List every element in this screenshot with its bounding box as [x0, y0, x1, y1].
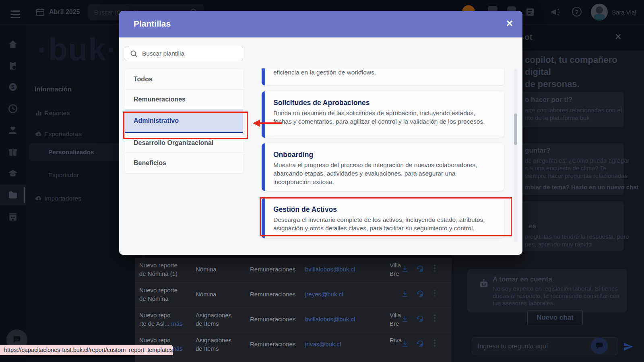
template-card-onboarding[interactable]: Onboarding Muestra el progreso del proce…: [262, 143, 504, 191]
history-icon[interactable]: [416, 315, 424, 323]
copilot-tip-title: o hacer por ti?: [525, 96, 572, 104]
annotation-box-gestion-activos: [260, 197, 512, 236]
template-card-clipped[interactable]: detallando etapas, tiempos y responsable…: [262, 68, 504, 85]
table-row[interactable]: Nuevo reportede Nómina (1) Nómina Remune…: [135, 258, 452, 282]
sidebar-item-personalizados[interactable]: Personalizados: [29, 143, 134, 161]
company-icon[interactable]: [8, 211, 18, 222]
template-title: Onboarding: [265, 143, 504, 161]
copilot-tip-title: guntar?: [525, 147, 550, 155]
copilot-tip-line: nto de la plataforma buk: [525, 114, 622, 122]
template-title: Solicitudes de Aprobaciones: [265, 91, 504, 109]
copilot-intro-line: de personas.: [525, 78, 644, 90]
copilot-tip-title: es: [528, 222, 536, 230]
template-search: [125, 46, 243, 61]
search-icon: [130, 50, 138, 58]
bar-chart-icon: [35, 109, 43, 117]
user-name[interactable]: Sara Vial: [612, 9, 636, 16]
email-link[interactable]: bvillalobos@buk.cl: [305, 315, 382, 323]
template-card-solicitudes[interactable]: Solicitudes de Aprobaciones Brinda un re…: [262, 91, 504, 138]
sidebar-item-exportador[interactable]: Exportador: [48, 172, 79, 179]
email-link[interactable]: jrivas@buk.cl: [305, 340, 382, 348]
help-icon[interactable]: ?: [572, 7, 582, 17]
copilot-title-fragment: ot: [524, 32, 533, 42]
home-icon[interactable]: [8, 39, 18, 50]
clock-icon[interactable]: [8, 103, 18, 114]
folder-icon[interactable]: [8, 190, 18, 200]
megaphone-icon[interactable]: [551, 7, 561, 17]
annotation-box-administrativo: [123, 112, 248, 139]
kebab-menu-icon[interactable]: [432, 338, 437, 348]
history-icon[interactable]: [416, 265, 424, 273]
cloud-upload-icon: [35, 194, 43, 202]
sidebar-item-label: Exportadores: [44, 130, 81, 137]
copilot-intro-line: copilot, tu compañero digital: [525, 54, 644, 78]
copilot-close-icon[interactable]: ×: [615, 31, 621, 43]
copilot-note-body: No soy experto en legislación laboral. S…: [493, 285, 621, 307]
category-todos[interactable]: Todos: [125, 69, 243, 89]
sidebar-item-reportes[interactable]: Reportes ‹: [35, 109, 130, 117]
copilot-tip-line: de pregunta es: ¿Cómo puedo agregar: [525, 157, 629, 164]
sidebar-section-label: Información: [35, 86, 72, 93]
sidebar-item-importadores[interactable]: Importadores ‹: [35, 194, 130, 202]
sidebar-item-label: Reportes: [44, 110, 70, 116]
email-link[interactable]: bvillalobos@buk.cl: [305, 265, 382, 273]
copilot-tip-text: de pregunta es: ¿Cómo puedo agregar s a …: [525, 157, 629, 180]
email-link[interactable]: jreyes@buk.cl: [305, 290, 382, 298]
modal-header: Plantillas ×: [119, 11, 522, 37]
history-icon[interactable]: [416, 340, 424, 348]
copilot-tip-line: pes, aprendo muy rápido: [525, 240, 629, 248]
kebab-menu-icon[interactable]: [432, 313, 437, 323]
reports-table: Nuevo reportede Nómina (1) Nómina Remune…: [135, 258, 452, 362]
copilot-intro: copilot, tu compañero digital de persona…: [525, 54, 644, 90]
chat-bubble-icon: [595, 342, 603, 350]
sidebar-item-label: Exportador: [48, 172, 79, 178]
news-icon[interactable]: [525, 7, 535, 17]
table-row[interactable]: Nuevo reporte de Asi... más Asignaciones…: [135, 308, 452, 332]
svg-text:$: $: [11, 84, 14, 90]
copilot-tip-line: siempre hacer preguntas relacionadas: [525, 172, 629, 180]
kebab-menu-icon[interactable]: [432, 263, 437, 273]
category-remuneraciones[interactable]: Remuneraciones: [125, 89, 243, 110]
hamburger-menu-icon[interactable]: [10, 8, 20, 20]
buk-logo: ·buk·: [37, 31, 118, 68]
icon-rail: $: [0, 24, 26, 362]
table-row[interactable]: Nuevo reportede Nómina Nómina Remuneraci…: [135, 283, 452, 307]
download-icon[interactable]: [401, 340, 409, 348]
send-icon[interactable]: [623, 341, 634, 352]
copilot-note-card: A tomar en cuenta No soy experto en legi…: [467, 269, 627, 312]
benefits-hand-icon[interactable]: [8, 125, 18, 136]
modal-close-icon[interactable]: ×: [506, 18, 513, 29]
table-row[interactable]: Nuevo reporte de Asi... más Asignaciones…: [135, 333, 452, 357]
download-icon[interactable]: [401, 315, 409, 323]
template-desc: Brinda un resumen de las solicitudes de …: [265, 109, 504, 126]
copilot-tip-bold-line: mbiar de tema? Hazlo en un nuevo chat: [525, 184, 639, 190]
chat-bubble-icon: [12, 336, 21, 344]
download-icon[interactable]: [401, 290, 409, 298]
template-search-input[interactable]: [141, 47, 234, 60]
copilot-note-title: A tomar en cuenta: [493, 275, 552, 283]
template-scrollbar-thumb[interactable]: [514, 114, 517, 145]
avatar[interactable]: [591, 4, 608, 21]
sidebar-item-label: Importadores: [44, 195, 81, 202]
period-selector[interactable]: Abril 2025: [49, 8, 80, 16]
graduation-icon[interactable]: [8, 168, 18, 179]
history-icon[interactable]: [416, 290, 424, 298]
annotation-arrow-left: [253, 119, 283, 128]
new-chat-button[interactable]: Nuevo chat: [527, 310, 583, 325]
tasks-icon[interactable]: [8, 60, 18, 71]
app-window: Abril 2025 ? Sara Vial $ ·buk· Informaci…: [0, 0, 644, 362]
sidebar-item-exportadores[interactable]: Exportadores ⌄: [35, 130, 130, 138]
more-link[interactable]: más: [171, 320, 182, 327]
template-scrollbar-track[interactable]: [514, 69, 517, 242]
gift-icon[interactable]: [8, 147, 18, 157]
copilot-tip-text: arte con labores relacionadas con el nto…: [525, 106, 622, 122]
status-bar-link-preview: https://capacitaciones-test.buk.cl/repor…: [0, 345, 173, 355]
payroll-icon[interactable]: $: [8, 82, 18, 92]
chat-bubble-button[interactable]: [591, 337, 608, 354]
download-icon[interactable]: [401, 265, 409, 273]
category-beneficios[interactable]: Beneficios: [125, 153, 243, 173]
kebab-menu-icon[interactable]: [432, 288, 437, 298]
modal-title: Plantillas: [134, 19, 171, 29]
cloud-download-icon: [35, 130, 43, 138]
copilot-tip-line: arte con labores relacionadas con el: [525, 106, 622, 114]
